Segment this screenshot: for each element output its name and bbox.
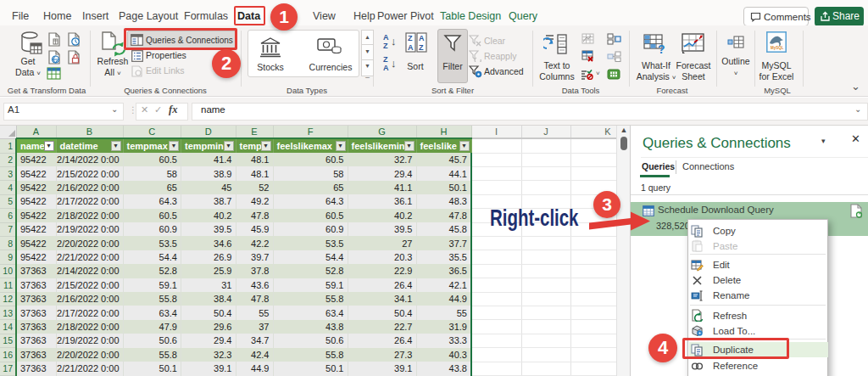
svg-text:Z: Z — [408, 34, 413, 42]
svg-text:A: A — [419, 34, 425, 42]
svg-text:Z: Z — [419, 43, 424, 52]
svg-text:?: ? — [658, 42, 665, 54]
svg-text:MySQL: MySQL — [771, 46, 784, 50]
svg-text:A: A — [408, 43, 414, 52]
